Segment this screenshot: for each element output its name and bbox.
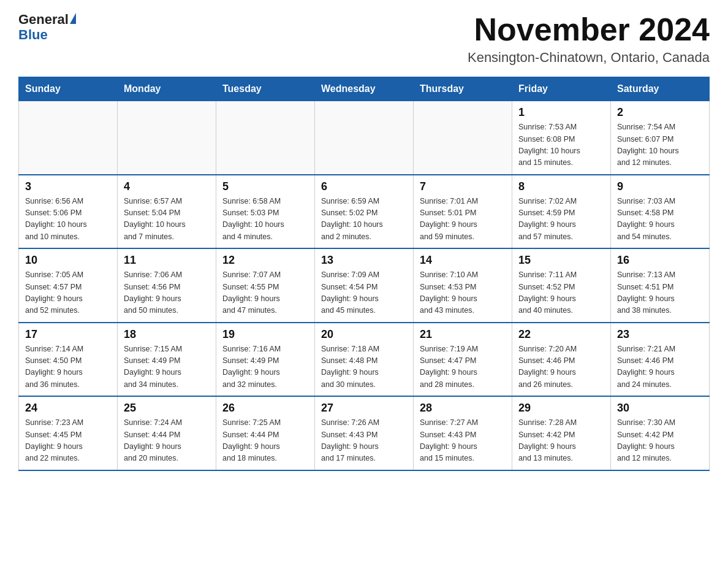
sun-info: Sunrise: 7:23 AMSunset: 4:45 PMDaylight:… [25,417,111,465]
day-number: 12 [222,254,308,267]
sun-info: Sunrise: 7:09 AMSunset: 4:54 PMDaylight:… [321,269,407,317]
calendar-cell: 14Sunrise: 7:10 AMSunset: 4:53 PMDayligh… [414,248,512,323]
sun-info: Sunrise: 7:19 AMSunset: 4:47 PMDaylight:… [420,343,506,391]
weekday-header-saturday: Saturday [611,77,710,101]
calendar-cell: 8Sunrise: 7:02 AMSunset: 4:59 PMDaylight… [512,175,611,249]
title-area: November 2024 Kensington-Chinatown, Onta… [468,12,710,66]
day-number: 1 [518,106,604,119]
sun-info: Sunrise: 7:30 AMSunset: 4:42 PMDaylight:… [617,417,703,465]
calendar-cell [315,101,414,175]
sun-info: Sunrise: 6:57 AMSunset: 5:04 PMDaylight:… [124,196,210,243]
sun-info: Sunrise: 7:05 AMSunset: 4:57 PMDaylight:… [25,269,111,317]
calendar-cell: 12Sunrise: 7:07 AMSunset: 4:55 PMDayligh… [216,248,315,323]
day-number: 29 [518,402,604,415]
calendar-week-4: 17Sunrise: 7:14 AMSunset: 4:50 PMDayligh… [19,323,710,397]
calendar-cell: 27Sunrise: 7:26 AMSunset: 4:43 PMDayligh… [315,396,414,470]
day-number: 30 [617,402,703,415]
day-number: 14 [420,254,506,267]
day-number: 16 [617,254,703,267]
calendar-cell: 11Sunrise: 7:06 AMSunset: 4:56 PMDayligh… [118,248,216,323]
sun-info: Sunrise: 7:10 AMSunset: 4:53 PMDaylight:… [420,269,506,317]
calendar-cell: 2Sunrise: 7:54 AMSunset: 6:07 PMDaylight… [611,101,710,175]
location-title: Kensington-Chinatown, Ontario, Canada [468,50,710,66]
weekday-header-wednesday: Wednesday [315,77,414,101]
sun-info: Sunrise: 7:11 AMSunset: 4:52 PMDaylight:… [518,269,604,317]
day-number: 6 [321,180,407,193]
day-number: 7 [420,180,506,193]
weekday-header-sunday: Sunday [19,77,118,101]
sun-info: Sunrise: 7:16 AMSunset: 4:49 PMDaylight:… [222,343,308,391]
weekday-header-monday: Monday [118,77,216,101]
sun-info: Sunrise: 6:56 AMSunset: 5:06 PMDaylight:… [25,196,111,243]
calendar-cell: 21Sunrise: 7:19 AMSunset: 4:47 PMDayligh… [414,323,512,397]
calendar-cell: 28Sunrise: 7:27 AMSunset: 4:43 PMDayligh… [414,396,512,470]
calendar-cell [216,101,315,175]
calendar-cell: 18Sunrise: 7:15 AMSunset: 4:49 PMDayligh… [118,323,216,397]
sun-info: Sunrise: 7:13 AMSunset: 4:51 PMDaylight:… [617,269,703,317]
calendar-cell: 24Sunrise: 7:23 AMSunset: 4:45 PMDayligh… [19,396,118,470]
calendar-cell: 29Sunrise: 7:28 AMSunset: 4:42 PMDayligh… [512,396,611,470]
day-number: 5 [222,180,308,193]
calendar-cell [414,101,512,175]
weekday-header-row: SundayMondayTuesdayWednesdayThursdayFrid… [19,77,710,101]
logo-blue-text: Blue [18,27,48,43]
day-number: 10 [25,254,111,267]
day-number: 17 [25,328,111,341]
calendar-cell: 19Sunrise: 7:16 AMSunset: 4:49 PMDayligh… [216,323,315,397]
day-number: 28 [420,402,506,415]
day-number: 13 [321,254,407,267]
sun-info: Sunrise: 7:06 AMSunset: 4:56 PMDaylight:… [124,269,210,317]
header: General Blue November 2024 Kensington-Ch… [18,12,710,66]
day-number: 3 [25,180,111,193]
day-number: 19 [222,328,308,341]
sun-info: Sunrise: 7:54 AMSunset: 6:07 PMDaylight:… [617,121,703,169]
calendar-cell: 13Sunrise: 7:09 AMSunset: 4:54 PMDayligh… [315,248,414,323]
sun-info: Sunrise: 7:14 AMSunset: 4:50 PMDaylight:… [25,343,111,391]
calendar-cell: 17Sunrise: 7:14 AMSunset: 4:50 PMDayligh… [19,323,118,397]
calendar-cell: 1Sunrise: 7:53 AMSunset: 6:08 PMDaylight… [512,101,611,175]
month-title: November 2024 [468,12,710,47]
calendar-cell: 7Sunrise: 7:01 AMSunset: 5:01 PMDaylight… [414,175,512,249]
calendar-cell: 30Sunrise: 7:30 AMSunset: 4:42 PMDayligh… [611,396,710,470]
calendar-cell: 22Sunrise: 7:20 AMSunset: 4:46 PMDayligh… [512,323,611,397]
calendar-week-2: 3Sunrise: 6:56 AMSunset: 5:06 PMDaylight… [19,175,710,249]
sun-info: Sunrise: 7:53 AMSunset: 6:08 PMDaylight:… [518,121,604,169]
calendar-cell [19,101,118,175]
calendar-cell: 4Sunrise: 6:57 AMSunset: 5:04 PMDaylight… [118,175,216,249]
day-number: 26 [222,402,308,415]
logo: General Blue [18,12,76,43]
calendar-cell: 16Sunrise: 7:13 AMSunset: 4:51 PMDayligh… [611,248,710,323]
day-number: 18 [124,328,210,341]
calendar-table: SundayMondayTuesdayWednesdayThursdayFrid… [18,77,710,471]
day-number: 4 [124,180,210,193]
day-number: 24 [25,402,111,415]
day-number: 22 [518,328,604,341]
day-number: 2 [617,106,703,119]
sun-info: Sunrise: 7:15 AMSunset: 4:49 PMDaylight:… [124,343,210,391]
day-number: 25 [124,402,210,415]
sun-info: Sunrise: 7:24 AMSunset: 4:44 PMDaylight:… [124,417,210,465]
weekday-header-thursday: Thursday [414,77,512,101]
calendar-cell: 9Sunrise: 7:03 AMSunset: 4:58 PMDaylight… [611,175,710,249]
logo-triangle-icon [70,13,76,24]
sun-info: Sunrise: 7:18 AMSunset: 4:48 PMDaylight:… [321,343,407,391]
calendar-cell: 23Sunrise: 7:21 AMSunset: 4:46 PMDayligh… [611,323,710,397]
sun-info: Sunrise: 7:02 AMSunset: 4:59 PMDaylight:… [518,196,604,243]
calendar-cell: 20Sunrise: 7:18 AMSunset: 4:48 PMDayligh… [315,323,414,397]
sun-info: Sunrise: 7:03 AMSunset: 4:58 PMDaylight:… [617,196,703,243]
calendar-cell: 10Sunrise: 7:05 AMSunset: 4:57 PMDayligh… [19,248,118,323]
day-number: 21 [420,328,506,341]
sun-info: Sunrise: 7:07 AMSunset: 4:55 PMDaylight:… [222,269,308,317]
day-number: 15 [518,254,604,267]
weekday-header-friday: Friday [512,77,611,101]
calendar-cell: 5Sunrise: 6:58 AMSunset: 5:03 PMDaylight… [216,175,315,249]
sun-info: Sunrise: 7:20 AMSunset: 4:46 PMDaylight:… [518,343,604,391]
weekday-header-tuesday: Tuesday [216,77,315,101]
day-number: 11 [124,254,210,267]
sun-info: Sunrise: 7:27 AMSunset: 4:43 PMDaylight:… [420,417,506,465]
calendar-cell: 25Sunrise: 7:24 AMSunset: 4:44 PMDayligh… [118,396,216,470]
calendar-week-1: 1Sunrise: 7:53 AMSunset: 6:08 PMDaylight… [19,101,710,175]
sun-info: Sunrise: 7:01 AMSunset: 5:01 PMDaylight:… [420,196,506,243]
day-number: 20 [321,328,407,341]
calendar-cell: 3Sunrise: 6:56 AMSunset: 5:06 PMDaylight… [19,175,118,249]
